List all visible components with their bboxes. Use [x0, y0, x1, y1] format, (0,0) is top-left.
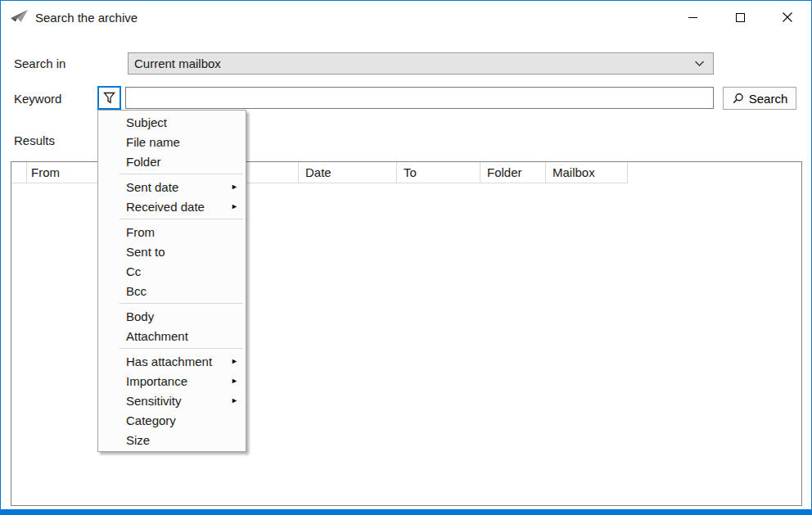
- search-in-selected-value: Current mailbox: [134, 56, 694, 70]
- menu-item-label: Has attachment: [126, 355, 212, 368]
- filter-menu: Subject File name Folder Sent date ► Rec…: [97, 110, 246, 452]
- menu-item-label: File name: [126, 135, 180, 149]
- app-logo-icon: [10, 9, 29, 25]
- column-header-folder[interactable]: Folder: [480, 162, 546, 183]
- filter-button[interactable]: [97, 86, 121, 110]
- filter-menu-item-category[interactable]: Category: [98, 410, 246, 430]
- menu-item-label: Sensitivity: [126, 394, 182, 408]
- chevron-down-icon: [694, 60, 705, 67]
- filter-funnel-icon: [103, 92, 115, 104]
- filter-menu-item-sensitivity[interactable]: Sensitivity ►: [98, 391, 246, 410]
- menu-item-label: Attachment: [126, 329, 188, 343]
- search-button-label: Search: [749, 92, 788, 106]
- filter-menu-item-body[interactable]: Body: [98, 306, 246, 326]
- filter-menu-item-has-attachment[interactable]: Has attachment ►: [98, 351, 246, 371]
- search-button[interactable]: Search: [723, 87, 796, 110]
- filter-menu-item-importance[interactable]: Importance ►: [98, 371, 246, 391]
- submenu-arrow-icon: ►: [231, 183, 238, 191]
- search-in-label: Search in: [14, 56, 65, 70]
- close-icon: [782, 11, 793, 23]
- column-header-mailbox[interactable]: Mailbox: [546, 162, 628, 183]
- menu-item-label: From: [126, 225, 155, 239]
- window-title: Search the archive: [35, 11, 138, 25]
- filter-menu-item-attachment[interactable]: Attachment: [98, 326, 246, 346]
- menu-item-label: Category: [126, 413, 176, 427]
- column-header-to[interactable]: To: [397, 162, 480, 183]
- filter-menu-item-bcc[interactable]: Bcc: [98, 281, 246, 300]
- window-controls: [669, 1, 811, 34]
- column-header-date[interactable]: Date: [299, 162, 397, 183]
- menu-item-label: Size: [126, 433, 150, 447]
- title-bar: Search the archive: [1, 1, 811, 34]
- submenu-arrow-icon: ►: [231, 203, 238, 210]
- minimize-button[interactable]: [669, 1, 716, 34]
- filter-menu-item-file-name[interactable]: File name: [98, 132, 246, 151]
- keyword-input[interactable]: [125, 87, 714, 109]
- menu-separator: [120, 174, 243, 174]
- menu-item-label: Received date: [126, 200, 205, 214]
- submenu-arrow-icon: ►: [231, 397, 238, 404]
- menu-item-label: Folder: [126, 155, 161, 169]
- menu-separator: [120, 303, 243, 304]
- filter-menu-item-received-date[interactable]: Received date ►: [98, 197, 246, 216]
- menu-item-label: Importance: [126, 374, 187, 388]
- search-archive-window: Search the archive Search in Current mai…: [0, 0, 812, 515]
- filter-menu-item-from[interactable]: From: [98, 222, 246, 242]
- filter-menu-item-cc[interactable]: Cc: [98, 261, 246, 281]
- search-in-select[interactable]: Current mailbox: [128, 52, 714, 75]
- menu-separator: [120, 348, 243, 349]
- maximize-button[interactable]: [716, 1, 764, 34]
- menu-item-label: Subject: [126, 115, 167, 129]
- submenu-arrow-icon: ►: [231, 358, 238, 365]
- minimize-icon: [688, 17, 697, 18]
- menu-item-label: Sent to: [126, 245, 165, 259]
- menu-item-label: Bcc: [126, 284, 147, 298]
- menu-item-label: Sent date: [126, 180, 178, 194]
- filter-menu-item-sent-date[interactable]: Sent date ►: [98, 177, 246, 197]
- menu-separator: [120, 219, 243, 219]
- search-icon: [732, 93, 744, 105]
- filter-menu-item-size[interactable]: Size: [98, 430, 246, 449]
- submenu-arrow-icon: ►: [231, 377, 238, 385]
- menu-item-label: Cc: [126, 264, 141, 278]
- results-label: Results: [14, 133, 55, 147]
- menu-item-label: Body: [126, 309, 154, 323]
- filter-menu-item-sent-to[interactable]: Sent to: [98, 242, 246, 261]
- row-selector-gutter: [11, 162, 27, 183]
- maximize-icon: [736, 13, 745, 22]
- filter-menu-item-folder[interactable]: Folder: [98, 151, 246, 171]
- close-button[interactable]: [764, 1, 811, 34]
- keyword-label: Keyword: [14, 92, 61, 106]
- filter-menu-item-subject[interactable]: Subject: [98, 112, 246, 132]
